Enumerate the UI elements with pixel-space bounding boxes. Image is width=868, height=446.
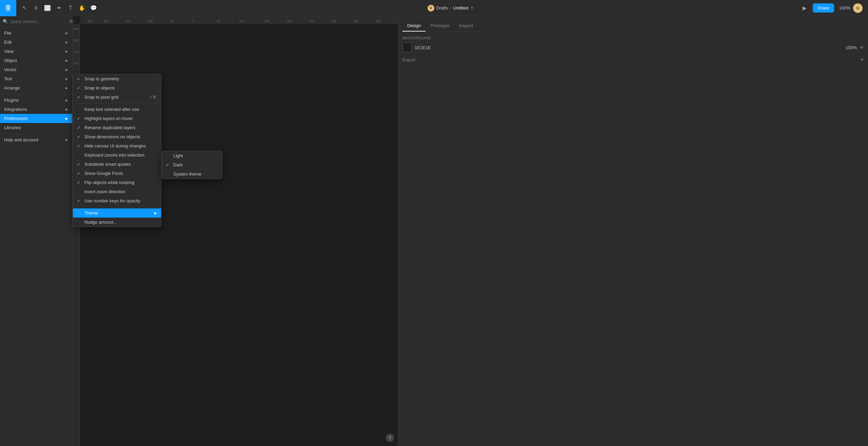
pref-highlight-layers[interactable]: ✓ Highlight layers on hover — [73, 114, 161, 123]
theme-dark[interactable]: ✓ Dark — [162, 160, 222, 169]
chevron-down-icon[interactable]: ▼ — [470, 6, 474, 10]
quick-actions-input[interactable] — [10, 19, 67, 24]
menu-item-arrange[interactable]: Arrange ▶ — [0, 83, 72, 93]
arrow-icon: ▶ — [65, 107, 68, 111]
pref-snap-objects[interactable]: ✓ Snap to objects — [73, 83, 161, 93]
pref-snap-pixel[interactable]: ✓ Snap to pixel grid ⇧⌘' — [73, 93, 161, 102]
theme-light[interactable]: Light — [162, 151, 222, 160]
add-export-button[interactable]: + — [860, 56, 864, 63]
user-avatar[interactable]: U — [853, 3, 863, 13]
pref-keyboard-zoom[interactable]: Keyboard zooms into selection — [73, 150, 161, 160]
toolbar: ↖ # ⬜ ✒ T ✋ 💬 U Drafts / Untitled ▼ ▶ Sh… — [0, 0, 868, 16]
hand-tool-btn[interactable]: ✋ — [77, 3, 87, 14]
right-panel: Design Prototype Inspect Background 1E1E… — [398, 16, 868, 446]
menu-item-vector[interactable]: Vector ▶ — [0, 65, 72, 74]
pref-smart-quotes[interactable]: ✓ Substitute smart quotes — [73, 160, 161, 169]
theme-system[interactable]: System theme — [162, 169, 222, 179]
share-button[interactable]: Share — [813, 3, 834, 13]
comment-tool-btn[interactable]: 💬 — [88, 3, 99, 14]
tool-group: ↖ # ⬜ ✒ T ✋ 💬 — [16, 3, 102, 14]
tab-inspect[interactable]: Inspect — [454, 20, 478, 32]
arrow-icon: ▶ — [65, 138, 68, 142]
pref-hide-canvas[interactable]: ✓ Hide canvas UI during changes — [73, 141, 161, 150]
menu-item-view[interactable]: View ▶ — [0, 47, 72, 56]
search-shortcut: ⌘/ — [69, 19, 74, 24]
arrow-icon: ▶ — [65, 40, 68, 44]
drafts-link[interactable]: Drafts — [436, 5, 448, 11]
text-tool-btn[interactable]: T — [65, 3, 76, 14]
arrow-icon: ▶ — [65, 68, 68, 72]
search-icon: 🔍 — [3, 19, 8, 24]
bg-opacity[interactable]: 100% — [843, 45, 857, 50]
svg-rect-0 — [7, 7, 9, 9]
left-sidebar: 🔍 ⌘/ File ▶ Edit ▶ View ▶ Object ▶ Vecto… — [0, 16, 73, 446]
help-button[interactable]: ? — [386, 434, 394, 442]
menu-item-text[interactable]: Text ▶ — [0, 74, 72, 83]
tab-prototype[interactable]: Prototype — [426, 20, 454, 32]
arrow-icon: ▶ — [65, 49, 68, 53]
bg-color-swatch[interactable] — [402, 43, 412, 52]
figma-logo-icon — [4, 4, 12, 12]
pref-number-keys[interactable]: ✓ Use number keys for opacity — [73, 196, 161, 205]
pref-divider-2 — [73, 207, 161, 207]
arrow-icon: ▶ — [65, 77, 68, 81]
theme-submenu: Light ✓ Dark System theme — [161, 151, 222, 179]
breadcrumb-separator: / — [450, 5, 451, 11]
ruler-horizontal: -250 -200 -150 -100 -50 0 50 100 150 200… — [80, 16, 398, 24]
pref-flip-resize[interactable]: ✓ Flip objects while resizing — [73, 178, 161, 187]
divider-2 — [0, 134, 72, 134]
app-logo[interactable] — [0, 0, 16, 16]
pref-invert-zoom[interactable]: Invert zoom direction — [73, 187, 161, 196]
arrow-icon: ▶ — [65, 117, 68, 120]
present-btn[interactable]: ▶ — [799, 3, 810, 14]
pref-show-dims[interactable]: ✓ Show dimensions on objects — [73, 132, 161, 141]
background-label: Background — [402, 36, 864, 40]
quick-actions-bar: 🔍 ⌘/ — [0, 16, 72, 27]
menu-item-plugins[interactable]: Plugins ▶ — [0, 96, 72, 105]
menu-item-object[interactable]: Object ▶ — [0, 56, 72, 65]
pen-tool-btn[interactable]: ✒ — [54, 3, 64, 14]
main-menu: File ▶ Edit ▶ View ▶ Object ▶ Vector ▶ T… — [0, 27, 72, 146]
ruler-marks: -250 -200 -150 -100 -50 0 50 100 150 200… — [80, 16, 398, 23]
move-tool-btn[interactable]: ↖ — [19, 3, 30, 14]
toolbar-right: ▶ Share 100% U — [799, 3, 868, 14]
export-row: Export + — [402, 56, 864, 63]
pref-google-fonts[interactable]: ✓ Show Google Fonts — [73, 169, 161, 178]
arrow-icon: ▶ — [65, 59, 68, 62]
pref-rename-dup[interactable]: ✓ Rename duplicated layers — [73, 123, 161, 132]
pref-theme[interactable]: Theme ▶ — [73, 208, 161, 218]
tab-design[interactable]: Design — [402, 20, 426, 32]
divider-1 — [0, 94, 72, 94]
menu-item-help[interactable]: Help and account ▶ — [0, 135, 72, 144]
pref-nudge[interactable]: Nudge amount... — [73, 218, 161, 227]
arrow-icon: ▶ — [65, 98, 68, 102]
pref-divider-1 — [73, 103, 161, 103]
preferences-submenu: ✓ Snap to geometry ✓ Snap to objects ✓ S… — [73, 74, 161, 227]
zoom-level[interactable]: 100% — [837, 5, 850, 11]
menu-item-edit[interactable]: Edit ▶ — [0, 38, 72, 47]
pref-snap-geometry[interactable]: ✓ Snap to geometry — [73, 74, 161, 83]
menu-item-libraries[interactable]: Libraries — [0, 123, 72, 132]
background-row: 1E1E1E 100% 👁 — [402, 43, 864, 52]
menu-item-file[interactable]: File ▶ — [0, 28, 72, 38]
avatar-small: U — [428, 5, 434, 12]
bg-color-hex[interactable]: 1E1E1E — [415, 45, 841, 50]
file-name[interactable]: Untitled — [453, 5, 468, 11]
panel-tabs: Design Prototype Inspect — [402, 20, 864, 32]
menu-item-integrations[interactable]: Integrations ▶ — [0, 105, 72, 114]
shape-tool-btn[interactable]: ⬜ — [42, 3, 53, 14]
toolbar-center: U Drafts / Untitled ▼ — [102, 5, 799, 12]
visibility-icon[interactable]: 👁 — [860, 45, 864, 50]
menu-item-preferences[interactable]: Preferences ▶ — [0, 114, 72, 123]
submenu-arrow-icon: ▶ — [154, 211, 157, 215]
arrow-icon: ▶ — [65, 86, 68, 90]
arrow-icon: ▶ — [65, 31, 68, 35]
export-label: Export — [402, 57, 415, 62]
frame-tool-btn[interactable]: # — [31, 3, 41, 14]
pref-keep-tool[interactable]: Keep tool selected after use — [73, 105, 161, 114]
breadcrumb: U Drafts / Untitled ▼ — [428, 5, 474, 12]
